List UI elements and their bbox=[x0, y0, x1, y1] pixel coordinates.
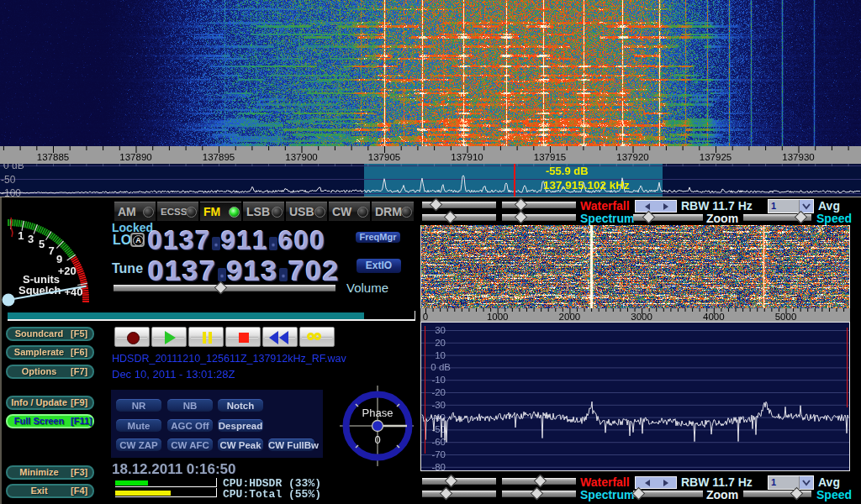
svg-text:7: 7 bbox=[49, 244, 55, 257]
svg-text:0: 0 bbox=[374, 433, 380, 446]
svg-text:1: 1 bbox=[18, 229, 24, 242]
svg-text:9: 9 bbox=[56, 253, 62, 265]
svg-text:Phase: Phase bbox=[362, 407, 394, 419]
svg-text:+20: +20 bbox=[58, 265, 77, 277]
svg-text:5: 5 bbox=[39, 238, 45, 250]
svg-text:3: 3 bbox=[28, 233, 34, 245]
